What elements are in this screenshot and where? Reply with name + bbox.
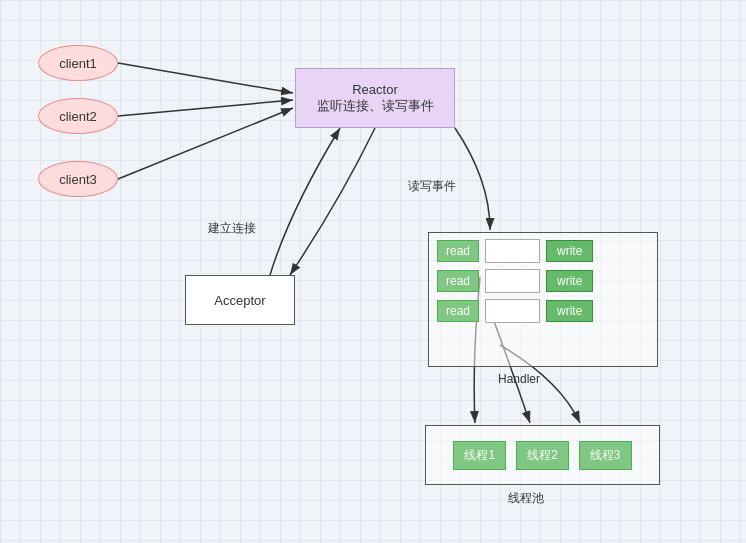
- read-btn-1: read: [437, 240, 479, 262]
- svg-line-2: [118, 100, 293, 116]
- buffer-1: [485, 239, 540, 263]
- read-btn-3: read: [437, 300, 479, 322]
- read-btn-2: read: [437, 270, 479, 292]
- handler-row-1: read write: [437, 239, 649, 263]
- client1-label: client1: [59, 56, 97, 71]
- client1-ellipse: client1: [38, 45, 118, 81]
- thread2-box: 线程2: [516, 441, 569, 470]
- handler-row-2: read write: [437, 269, 649, 293]
- handler-container: read write read write read write: [428, 232, 658, 367]
- write-btn-1: write: [546, 240, 593, 262]
- client3-ellipse: client3: [38, 161, 118, 197]
- acceptor-label: Acceptor: [214, 293, 265, 308]
- reactor-box: Reactor 监听连接、读写事件: [295, 68, 455, 128]
- reactor-label-line1: Reactor: [352, 82, 398, 97]
- client2-ellipse: client2: [38, 98, 118, 134]
- thread-pool-label: 线程池: [508, 490, 544, 507]
- write-btn-2: write: [546, 270, 593, 292]
- diagram-container: client1 client2 client3 Reactor 监听连接、读写事…: [0, 0, 746, 543]
- thread-pool-container: 线程1 线程2 线程3: [425, 425, 660, 485]
- thread3-box: 线程3: [579, 441, 632, 470]
- client2-label: client2: [59, 109, 97, 124]
- reactor-label-line2: 监听连接、读写事件: [317, 97, 434, 115]
- buffer-2: [485, 269, 540, 293]
- build-connection-label: 建立连接: [208, 220, 256, 237]
- read-write-event-label: 读写事件: [408, 178, 456, 195]
- svg-line-3: [118, 108, 293, 179]
- write-btn-3: write: [546, 300, 593, 322]
- handler-row-3: read write: [437, 299, 649, 323]
- svg-line-1: [118, 63, 293, 93]
- client3-label: client3: [59, 172, 97, 187]
- acceptor-box: Acceptor: [185, 275, 295, 325]
- buffer-3: [485, 299, 540, 323]
- handler-label: Handler: [498, 372, 540, 386]
- thread1-box: 线程1: [453, 441, 506, 470]
